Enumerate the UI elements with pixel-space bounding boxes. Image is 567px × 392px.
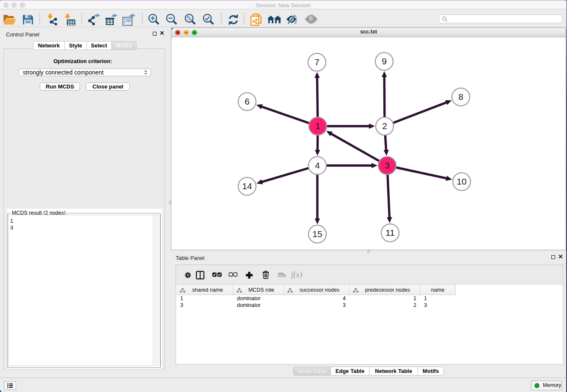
svg-text:2: 2 (382, 121, 387, 131)
svg-text:8: 8 (458, 92, 463, 102)
svg-text:15: 15 (312, 229, 322, 239)
svg-text:7: 7 (314, 57, 319, 67)
svg-text:11: 11 (385, 228, 395, 237)
svg-text:3: 3 (385, 160, 390, 170)
svg-text:4: 4 (315, 160, 320, 170)
svg-text:10: 10 (457, 177, 466, 186)
svg-text:14: 14 (242, 181, 252, 191)
svg-text:6: 6 (245, 97, 250, 106)
svg-text:9: 9 (382, 56, 387, 66)
svg-text:1: 1 (315, 121, 320, 131)
